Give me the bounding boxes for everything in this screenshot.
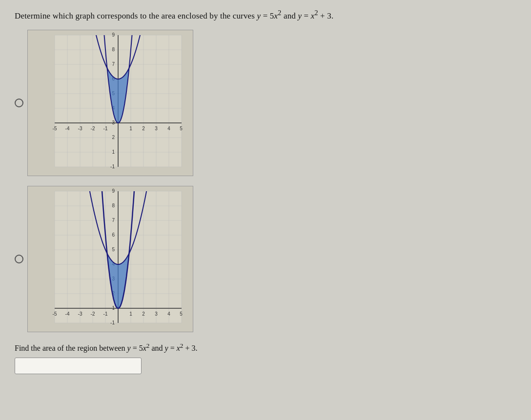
svg-text:5: 5 (180, 311, 183, 317)
svg-text:-5: -5 (53, 126, 57, 131)
svg-text:-2: -2 (91, 311, 95, 317)
graph-option-1: -5 -4 -3 -2 -1 1 2 3 4 5 9 8 7 6 5 4 3 2… (15, 30, 516, 176)
svg-text:6: 6 (112, 232, 115, 238)
svg-text:-1: -1 (103, 311, 108, 317)
svg-text:8: 8 (112, 203, 115, 208)
svg-text:7: 7 (112, 61, 115, 67)
svg-text:4: 4 (167, 126, 170, 131)
graph-2-svg: -5 -4 -3 -2 -1 1 2 3 4 5 9 (27, 186, 193, 332)
svg-text:2: 2 (142, 126, 145, 131)
svg-text:-4: -4 (65, 126, 70, 131)
svg-text:-4: -4 (65, 311, 70, 317)
radio-1[interactable] (15, 99, 23, 107)
svg-text:-3: -3 (78, 126, 82, 131)
svg-text:2: 2 (142, 311, 145, 317)
radio-2[interactable] (15, 255, 23, 263)
svg-text:-3: -3 (78, 311, 82, 317)
svg-text:3: 3 (155, 311, 158, 317)
svg-text:3: 3 (112, 120, 115, 125)
svg-text:1: 1 (129, 311, 132, 317)
svg-text:1: 1 (112, 305, 115, 311)
svg-text:-1: -1 (103, 126, 108, 131)
svg-text:3: 3 (155, 126, 158, 131)
svg-text:1: 1 (112, 149, 115, 155)
graph-1-svg: -5 -4 -3 -2 -1 1 2 3 4 5 9 8 7 6 5 4 3 2… (27, 30, 193, 176)
svg-text:-1: -1 (110, 164, 115, 169)
svg-text:5: 5 (180, 126, 183, 131)
svg-text:-2: -2 (91, 126, 95, 131)
question-text: Determine which graph corresponds to the… (15, 9, 516, 21)
answer-input[interactable] (15, 358, 142, 374)
graph-option-2: -5 -4 -3 -2 -1 1 2 3 4 5 9 (15, 186, 516, 332)
svg-text:-1: -1 (110, 320, 115, 325)
graphs-column: -5 -4 -3 -2 -1 1 2 3 4 5 9 8 7 6 5 4 3 2… (15, 30, 516, 337)
find-area-section: Find the area of the region between y = … (15, 342, 516, 374)
svg-text:5: 5 (112, 247, 115, 252)
svg-text:7: 7 (112, 218, 115, 223)
svg-text:2: 2 (112, 135, 115, 140)
svg-text:9: 9 (112, 32, 115, 38)
svg-text:4: 4 (167, 311, 170, 317)
svg-text:8: 8 (112, 47, 115, 52)
svg-text:-5: -5 (53, 311, 57, 317)
svg-text:9: 9 (112, 188, 115, 194)
svg-text:1: 1 (129, 126, 132, 131)
find-area-text: Find the area of the region between y = … (15, 342, 516, 353)
